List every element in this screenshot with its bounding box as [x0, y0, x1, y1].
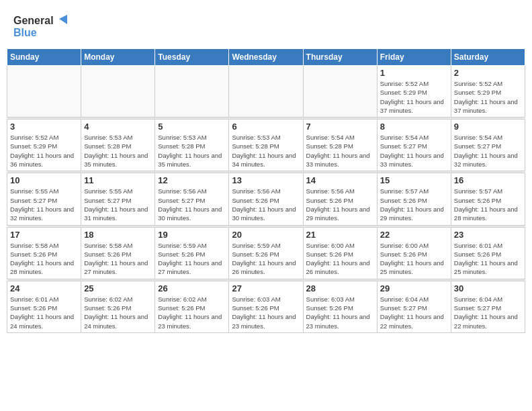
calendar-table: SundayMondayTuesdayWednesdayThursdayFrid… — [7, 48, 525, 333]
calendar-day-cell: 30Sunrise: 6:04 AM Sunset: 5:27 PM Dayli… — [451, 281, 525, 332]
svg-text:Blue: Blue — [13, 27, 37, 38]
calendar-day-cell: 20Sunrise: 5:59 AM Sunset: 5:26 PM Dayli… — [229, 227, 303, 279]
day-number: 8 — [380, 122, 448, 132]
day-info: Sunrise: 5:55 AM Sunset: 5:27 PM Dayligh… — [10, 187, 78, 222]
day-number: 17 — [10, 230, 78, 240]
day-info: Sunrise: 6:01 AM Sunset: 5:26 PM Dayligh… — [454, 241, 522, 277]
calendar-day-cell: 25Sunrise: 6:02 AM Sunset: 5:26 PM Dayli… — [81, 281, 155, 332]
day-info: Sunrise: 6:02 AM Sunset: 5:26 PM Dayligh… — [158, 295, 226, 330]
day-number: 2 — [454, 68, 522, 78]
day-number: 13 — [232, 175, 300, 185]
day-number: 3 — [10, 122, 78, 132]
calendar-day-cell: 26Sunrise: 6:02 AM Sunset: 5:26 PM Dayli… — [155, 281, 229, 332]
day-info: Sunrise: 6:00 AM Sunset: 5:26 PM Dayligh… — [380, 241, 448, 277]
day-info: Sunrise: 5:54 AM Sunset: 5:27 PM Dayligh… — [380, 133, 448, 169]
calendar-day-cell: 1Sunrise: 5:52 AM Sunset: 5:29 PM Daylig… — [377, 66, 451, 118]
calendar-day-cell: 6Sunrise: 5:53 AM Sunset: 5:28 PM Daylig… — [229, 120, 303, 171]
day-number: 18 — [84, 230, 152, 240]
calendar-week-row: 17Sunrise: 5:58 AM Sunset: 5:26 PM Dayli… — [7, 227, 525, 279]
day-of-week-header: Sunday — [7, 49, 81, 66]
calendar-day-cell: 10Sunrise: 5:55 AM Sunset: 5:27 PM Dayli… — [7, 173, 81, 225]
day-info: Sunrise: 5:53 AM Sunset: 5:28 PM Dayligh… — [84, 133, 152, 169]
day-of-week-header: Saturday — [451, 49, 525, 66]
calendar-day-cell: 29Sunrise: 6:04 AM Sunset: 5:27 PM Dayli… — [377, 281, 451, 332]
calendar-day-cell: 14Sunrise: 5:56 AM Sunset: 5:26 PM Dayli… — [303, 173, 377, 225]
calendar-day-cell: 18Sunrise: 5:58 AM Sunset: 5:26 PM Dayli… — [81, 227, 155, 279]
day-of-week-header: Wednesday — [229, 49, 303, 66]
day-number: 14 — [306, 175, 374, 185]
day-number: 6 — [232, 122, 300, 132]
calendar-header-row: SundayMondayTuesdayWednesdayThursdayFrid… — [7, 49, 525, 66]
calendar-day-cell: 2Sunrise: 5:52 AM Sunset: 5:29 PM Daylig… — [451, 66, 525, 118]
calendar-day-cell: 19Sunrise: 5:59 AM Sunset: 5:26 PM Dayli… — [155, 227, 229, 279]
calendar-day-cell: 27Sunrise: 6:03 AM Sunset: 5:26 PM Dayli… — [229, 281, 303, 332]
calendar-day-cell: 12Sunrise: 5:56 AM Sunset: 5:27 PM Dayli… — [155, 173, 229, 225]
logo-svg: GeneralBlue — [13, 12, 67, 42]
day-of-week-header: Thursday — [303, 49, 377, 66]
day-number: 5 — [158, 122, 226, 132]
day-number: 26 — [158, 283, 226, 293]
logo: GeneralBlue — [13, 12, 67, 42]
calendar-day-cell — [303, 66, 377, 118]
day-of-week-header: Friday — [377, 49, 451, 66]
day-info: Sunrise: 6:00 AM Sunset: 5:26 PM Dayligh… — [306, 241, 374, 277]
day-info: Sunrise: 6:04 AM Sunset: 5:27 PM Dayligh… — [454, 295, 522, 330]
calendar-day-cell: 8Sunrise: 5:54 AM Sunset: 5:27 PM Daylig… — [377, 120, 451, 171]
day-info: Sunrise: 5:52 AM Sunset: 5:29 PM Dayligh… — [380, 79, 448, 115]
calendar-day-cell: 23Sunrise: 6:01 AM Sunset: 5:26 PM Dayli… — [451, 227, 525, 279]
day-info: Sunrise: 5:54 AM Sunset: 5:27 PM Dayligh… — [454, 133, 522, 169]
day-info: Sunrise: 6:04 AM Sunset: 5:27 PM Dayligh… — [380, 295, 448, 330]
day-number: 25 — [84, 283, 152, 293]
calendar-week-row: 10Sunrise: 5:55 AM Sunset: 5:27 PM Dayli… — [7, 173, 525, 225]
calendar-day-cell: 22Sunrise: 6:00 AM Sunset: 5:26 PM Dayli… — [377, 227, 451, 279]
day-info: Sunrise: 5:54 AM Sunset: 5:28 PM Dayligh… — [306, 133, 374, 169]
calendar-day-cell: 11Sunrise: 5:55 AM Sunset: 5:27 PM Dayli… — [81, 173, 155, 225]
day-number: 16 — [454, 175, 522, 185]
day-info: Sunrise: 6:02 AM Sunset: 5:26 PM Dayligh… — [84, 295, 152, 330]
day-number: 19 — [158, 230, 226, 240]
day-info: Sunrise: 5:52 AM Sunset: 5:29 PM Dayligh… — [454, 79, 522, 115]
calendar-day-cell — [81, 66, 155, 118]
day-number: 21 — [306, 230, 374, 240]
calendar-day-cell: 28Sunrise: 6:03 AM Sunset: 5:26 PM Dayli… — [303, 281, 377, 332]
day-info: Sunrise: 5:56 AM Sunset: 5:27 PM Dayligh… — [158, 187, 226, 222]
day-info: Sunrise: 6:03 AM Sunset: 5:26 PM Dayligh… — [306, 295, 374, 330]
day-number: 1 — [380, 68, 448, 78]
calendar-day-cell: 21Sunrise: 6:00 AM Sunset: 5:26 PM Dayli… — [303, 227, 377, 279]
day-number: 11 — [84, 175, 152, 185]
day-info: Sunrise: 5:57 AM Sunset: 5:26 PM Dayligh… — [454, 187, 522, 222]
svg-text:General: General — [13, 15, 54, 26]
day-info: Sunrise: 6:01 AM Sunset: 5:26 PM Dayligh… — [10, 295, 78, 330]
day-number: 12 — [158, 175, 226, 185]
calendar-day-cell: 9Sunrise: 5:54 AM Sunset: 5:27 PM Daylig… — [451, 120, 525, 171]
calendar-day-cell: 7Sunrise: 5:54 AM Sunset: 5:28 PM Daylig… — [303, 120, 377, 171]
calendar-day-cell: 4Sunrise: 5:53 AM Sunset: 5:28 PM Daylig… — [81, 120, 155, 171]
day-info: Sunrise: 6:03 AM Sunset: 5:26 PM Dayligh… — [232, 295, 300, 330]
svg-marker-1 — [59, 15, 67, 24]
day-info: Sunrise: 5:58 AM Sunset: 5:26 PM Dayligh… — [10, 241, 78, 277]
calendar-day-cell — [155, 66, 229, 118]
day-number: 7 — [306, 122, 374, 132]
day-number: 24 — [10, 283, 78, 293]
day-info: Sunrise: 5:59 AM Sunset: 5:26 PM Dayligh… — [232, 241, 300, 277]
day-number: 9 — [454, 122, 522, 132]
calendar-day-cell: 5Sunrise: 5:53 AM Sunset: 5:28 PM Daylig… — [155, 120, 229, 171]
calendar-week-row: 3Sunrise: 5:52 AM Sunset: 5:29 PM Daylig… — [7, 120, 525, 171]
calendar-day-cell — [229, 66, 303, 118]
day-of-week-header: Monday — [81, 49, 155, 66]
day-info: Sunrise: 5:53 AM Sunset: 5:28 PM Dayligh… — [232, 133, 300, 169]
day-number: 20 — [232, 230, 300, 240]
calendar-day-cell: 24Sunrise: 6:01 AM Sunset: 5:26 PM Dayli… — [7, 281, 81, 332]
day-number: 30 — [454, 283, 522, 293]
day-number: 29 — [380, 283, 448, 293]
day-number: 10 — [10, 175, 78, 185]
day-info: Sunrise: 5:56 AM Sunset: 5:26 PM Dayligh… — [306, 187, 374, 222]
day-info: Sunrise: 5:57 AM Sunset: 5:26 PM Dayligh… — [380, 187, 448, 222]
calendar-day-cell: 13Sunrise: 5:56 AM Sunset: 5:26 PM Dayli… — [229, 173, 303, 225]
day-of-week-header: Tuesday — [155, 49, 229, 66]
calendar-day-cell: 15Sunrise: 5:57 AM Sunset: 5:26 PM Dayli… — [377, 173, 451, 225]
calendar-day-cell: 16Sunrise: 5:57 AM Sunset: 5:26 PM Dayli… — [451, 173, 525, 225]
page-header: GeneralBlue — [7, 7, 525, 46]
day-number: 15 — [380, 175, 448, 185]
day-number: 23 — [454, 230, 522, 240]
